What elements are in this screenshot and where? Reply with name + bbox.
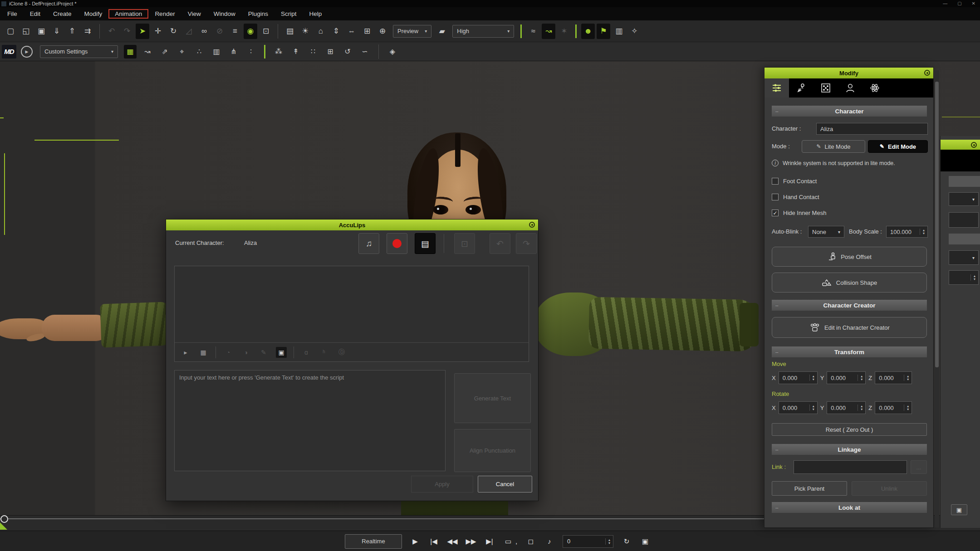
acculips-redo-button[interactable]: ↷ bbox=[516, 233, 537, 254]
grid-snap-icon[interactable]: ⊞ bbox=[324, 45, 337, 59]
panel-pin-icon[interactable] bbox=[924, 70, 930, 76]
menu-create[interactable]: Create bbox=[47, 9, 78, 19]
tab-material[interactable] bbox=[813, 78, 838, 98]
record-voice-button[interactable] bbox=[387, 233, 407, 254]
character-name-field[interactable]: Aliza bbox=[816, 123, 928, 135]
body-scale-field[interactable]: 100.000 ▴▾ bbox=[886, 226, 928, 238]
section-character[interactable]: -- Character bbox=[772, 106, 927, 117]
rotate-x-field[interactable]: 0.000▴▾ bbox=[779, 401, 818, 414]
move-x-field[interactable]: 0.000▴▾ bbox=[779, 371, 818, 384]
acculips-title-bar[interactable]: AccuLips bbox=[166, 219, 538, 230]
anchor-point-icon[interactable]: ⌖ bbox=[176, 45, 188, 59]
speech-bubble-icon[interactable]: ◻ bbox=[525, 537, 536, 546]
motion-correction-icon[interactable]: ✶ bbox=[557, 24, 571, 39]
dictionary-icon[interactable]: Ⓓ bbox=[336, 347, 347, 358]
loop-playback-icon[interactable]: ↻ bbox=[621, 537, 632, 546]
spline-icon[interactable]: ∽ bbox=[358, 45, 371, 59]
realtime-button[interactable]: Realtime bbox=[345, 534, 402, 549]
save-audio-button[interactable]: ⊡ bbox=[454, 233, 475, 254]
move-tool-icon[interactable]: ✛ bbox=[151, 24, 165, 39]
marker-note-icon[interactable]: ♪ bbox=[544, 537, 555, 545]
md-settings-dropdown[interactable]: Custom Settings ▾ bbox=[40, 45, 118, 58]
menu-modify[interactable]: Modify bbox=[78, 9, 109, 19]
constraint-icon[interactable]: ✧ bbox=[627, 24, 641, 39]
undo-icon[interactable]: ↶ bbox=[105, 24, 118, 39]
gizmo-settings-icon[interactable]: ⊕ bbox=[376, 24, 389, 39]
section-character-creator[interactable]: -- Character Creator bbox=[772, 300, 927, 311]
clipboard-icon[interactable]: ▥ bbox=[612, 24, 626, 39]
new-project-icon[interactable]: ▢ bbox=[4, 24, 17, 39]
edit-word-icon[interactable]: ✎ bbox=[258, 347, 269, 358]
open-project-icon[interactable]: ◱ bbox=[19, 24, 33, 39]
text-script-button[interactable]: ▤ bbox=[415, 233, 436, 254]
panel-pin-icon[interactable] bbox=[529, 222, 535, 228]
prism-tool-icon[interactable]: ◈ bbox=[386, 45, 399, 59]
foot-contact-checkbox[interactable] bbox=[772, 178, 779, 185]
crowd-sim-icon[interactable]: ∴ bbox=[193, 45, 206, 59]
rotate-z-field[interactable]: 0.000▴▾ bbox=[875, 401, 912, 414]
word-table-icon[interactable]: ▦ bbox=[198, 347, 209, 358]
text-input-area[interactable]: Input your text here or press 'Generate … bbox=[174, 370, 446, 471]
menu-view[interactable]: View bbox=[181, 9, 207, 19]
hide-inner-mesh-checkbox[interactable]: ✓ bbox=[772, 210, 779, 216]
menu-animation[interactable]: Animation bbox=[108, 9, 148, 19]
phoneme-h-icon[interactable]: ʰ bbox=[318, 347, 329, 358]
reset-zero-out-button[interactable]: Reset ( Zero Out ) bbox=[772, 423, 927, 436]
go-to-end-icon[interactable]: ▶| bbox=[484, 537, 495, 546]
path-create-icon[interactable]: ↝ bbox=[141, 45, 154, 59]
quality-dropdown[interactable]: High ▾ bbox=[452, 25, 514, 38]
menu-help[interactable]: Help bbox=[303, 9, 328, 19]
ambient-light-icon[interactable]: ☀ bbox=[299, 24, 312, 39]
save-project-icon[interactable]: ▣ bbox=[34, 24, 48, 39]
scatter-icon[interactable]: ∷ bbox=[307, 45, 319, 59]
tab-modify-sliders[interactable] bbox=[764, 78, 789, 98]
select-tool-icon[interactable]: ➤ bbox=[136, 24, 149, 39]
scale-tool-icon[interactable]: ◿ bbox=[182, 24, 196, 39]
fit-vertical-icon[interactable]: ⇕ bbox=[329, 24, 343, 39]
play-icon[interactable]: ▶ bbox=[410, 537, 421, 546]
secondary-dropdown-2[interactable]: ▾ bbox=[949, 250, 979, 265]
edit-mode-button[interactable]: ✎ Edit Mode bbox=[868, 140, 928, 153]
apply-button[interactable]: Apply bbox=[411, 476, 473, 492]
panel-pin-icon[interactable] bbox=[971, 142, 977, 148]
scene-manager-icon[interactable]: ▤ bbox=[283, 24, 297, 39]
dock-toggle-button[interactable]: ▣ bbox=[951, 504, 967, 515]
tab-physics[interactable] bbox=[862, 78, 887, 98]
play-range-icon[interactable]: ▭ bbox=[503, 537, 514, 546]
camera-frame-icon[interactable]: ⊡ bbox=[259, 24, 273, 39]
collision-shape-button[interactable]: Collision Shape bbox=[772, 273, 927, 293]
link-tool-icon[interactable]: ∞ bbox=[197, 24, 211, 39]
tab-avatar[interactable] bbox=[838, 78, 862, 98]
export-video-icon[interactable]: ⇉ bbox=[81, 24, 94, 39]
export-icon[interactable]: ⇑ bbox=[65, 24, 79, 39]
fast-forward-icon[interactable]: ▶▶ bbox=[466, 537, 476, 546]
timeline-curve-icon[interactable]: ≈ bbox=[526, 24, 540, 39]
secondary-field-1[interactable] bbox=[949, 212, 979, 228]
secondary-section-header-2[interactable] bbox=[949, 234, 980, 244]
minimize-icon[interactable]: — bbox=[943, 0, 947, 7]
play-word-icon[interactable]: ▸ bbox=[180, 347, 191, 358]
modify-title-bar[interactable]: Modify bbox=[764, 68, 933, 78]
cancel-button[interactable]: Cancel bbox=[478, 476, 532, 492]
flag-marker-icon[interactable]: ⚑ bbox=[597, 24, 610, 39]
menu-file[interactable]: File bbox=[1, 9, 24, 19]
walk-actor-icon[interactable]: ⋔ bbox=[227, 45, 240, 59]
visibility-toggle-icon[interactable]: ◉ bbox=[244, 24, 257, 39]
path-edit-icon[interactable]: ⇗ bbox=[158, 45, 171, 59]
spin-down-icon[interactable]: ▾ bbox=[923, 232, 925, 235]
maximize-icon[interactable]: ▢ bbox=[957, 0, 961, 7]
tree-props-icon[interactable]: ↟ bbox=[289, 45, 302, 59]
rewind-icon[interactable]: ◀◀ bbox=[447, 537, 458, 546]
character-left-forearm[interactable] bbox=[42, 315, 109, 341]
unlink-tool-icon[interactable]: ⊘ bbox=[213, 24, 226, 39]
link-browse-button[interactable]: ... bbox=[911, 460, 927, 474]
redo-icon[interactable]: ↷ bbox=[120, 24, 134, 39]
spin-down-icon[interactable]: ▾ bbox=[608, 541, 610, 545]
character-right-arm[interactable] bbox=[588, 297, 759, 352]
menu-plugins[interactable]: Plugins bbox=[242, 9, 274, 19]
split-word-icon[interactable]: ◑ bbox=[240, 347, 251, 358]
rotate-tool-icon[interactable]: ↻ bbox=[167, 24, 180, 39]
menu-edit[interactable]: Edit bbox=[24, 9, 47, 19]
fit-horizontal-icon[interactable]: ⇔ bbox=[345, 24, 358, 39]
move-z-field[interactable]: 0.000▴▾ bbox=[875, 371, 912, 384]
